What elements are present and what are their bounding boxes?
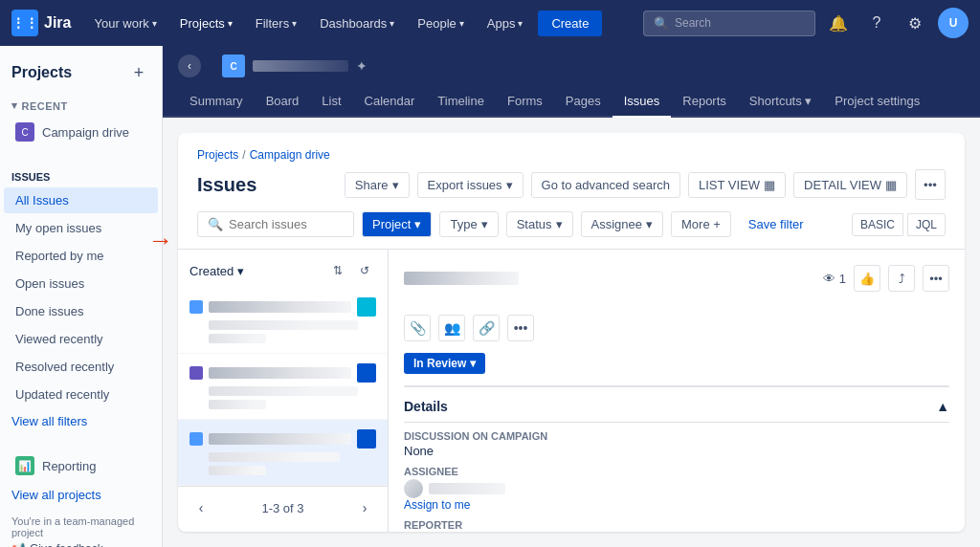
tab-list[interactable]: List bbox=[310, 86, 352, 118]
tab-calendar[interactable]: Calendar bbox=[353, 86, 427, 118]
assignee-filter-button[interactable]: Assignee ▾ bbox=[581, 211, 663, 237]
issue-title-2 bbox=[209, 367, 351, 379]
chevron-down-icon-2: ▾ bbox=[506, 178, 513, 192]
sidebar-item-resolved-recently[interactable]: Resolved recently bbox=[4, 354, 158, 380]
table-row[interactable] bbox=[178, 420, 388, 486]
user-avatar[interactable]: U bbox=[938, 8, 969, 38]
done-issues-label: Done issues bbox=[15, 304, 84, 318]
project-filter-button[interactable]: Project ▾ bbox=[362, 211, 432, 237]
sidebar-item-updated-recently[interactable]: Updated recently bbox=[4, 382, 158, 407]
dashboards-nav[interactable]: Dashboards▾ bbox=[312, 12, 402, 34]
group-by-button[interactable]: ⇅ bbox=[326, 259, 349, 282]
thumbs-up-button[interactable]: 👍 bbox=[854, 265, 880, 292]
more-options-button[interactable]: ••• bbox=[915, 169, 946, 200]
tab-issues[interactable]: Issues bbox=[612, 86, 672, 118]
view-all-projects-link[interactable]: View all projects bbox=[0, 482, 162, 508]
sort-icon: ▾ bbox=[237, 264, 244, 278]
back-button[interactable]: ‹ bbox=[178, 55, 201, 77]
tab-project-settings[interactable]: Project settings bbox=[823, 86, 931, 118]
search-box-input-wrapper[interactable]: 🔍 bbox=[197, 211, 354, 237]
search-input[interactable] bbox=[229, 217, 344, 231]
projects-nav[interactable]: Projects▾ bbox=[172, 12, 240, 34]
child-issues-button[interactable]: 👥 bbox=[438, 315, 465, 341]
refresh-button[interactable]: ↺ bbox=[353, 259, 376, 282]
list-view-button[interactable]: LIST VIEW ▦ bbox=[688, 172, 786, 198]
detail-view-button[interactable]: DETAIL VIEW ▦ bbox=[793, 172, 907, 198]
export-button[interactable]: Export issues ▾ bbox=[417, 172, 523, 198]
breadcrumb-project-link[interactable]: Campaign drive bbox=[250, 148, 330, 162]
issue-id bbox=[209, 334, 266, 343]
open-issues-label: Open issues bbox=[15, 276, 84, 291]
give-feedback-bottom-button[interactable]: 📢 Give feedback bbox=[11, 538, 150, 547]
create-button[interactable]: Create bbox=[538, 11, 602, 36]
more-actions-button[interactable]: ••• bbox=[507, 315, 534, 341]
sidebar-item-my-open-issues[interactable]: My open issues bbox=[4, 215, 158, 241]
give-feedback-list-button[interactable]: 📢 Give feedback bbox=[178, 529, 388, 532]
sidebar-item-all-issues[interactable]: All Issues bbox=[4, 187, 158, 213]
status-filter-button[interactable]: Status ▾ bbox=[506, 211, 573, 237]
tab-reports[interactable]: Reports bbox=[671, 86, 738, 118]
grid-icon: ▦ bbox=[764, 178, 775, 192]
chevron-down-icon-6: ▾ bbox=[646, 217, 653, 231]
issue-subtitle-3 bbox=[209, 452, 340, 462]
chevron-down-icon-5: ▾ bbox=[556, 217, 563, 231]
sidebar-title: Projects bbox=[11, 64, 72, 81]
discussion-field: Discussion on Campaign None bbox=[404, 430, 949, 458]
recent-section-toggle[interactable]: ▾ RECENT bbox=[0, 92, 162, 116]
more-filter-button[interactable]: More + bbox=[671, 211, 731, 237]
issue-title-3 bbox=[209, 433, 351, 445]
discussion-label: Discussion on Campaign bbox=[404, 430, 949, 442]
tab-shortcuts[interactable]: Shortcuts ▾ bbox=[738, 86, 824, 118]
campaign-project-icon: C bbox=[15, 122, 34, 142]
tab-forms[interactable]: Forms bbox=[496, 86, 554, 118]
goto-advanced-button[interactable]: Go to advanced search bbox=[531, 172, 680, 198]
sidebar-bottom: You're in a team-managed project 📢 Give … bbox=[0, 508, 162, 547]
table-row[interactable] bbox=[178, 354, 388, 420]
more-detail-button[interactable]: ••• bbox=[923, 265, 949, 292]
issues-list-header: Created ▾ ⇅ ↺ bbox=[178, 250, 388, 288]
sidebar-item-reported-by-me[interactable]: Reported by me bbox=[4, 243, 158, 269]
link-button[interactable]: 🔗 bbox=[473, 315, 500, 341]
apps-nav[interactable]: Apps▾ bbox=[479, 12, 531, 34]
breadcrumb-projects-link[interactable]: Projects bbox=[197, 148, 238, 162]
your-work-nav[interactable]: Your work▾ bbox=[86, 12, 164, 34]
people-nav[interactable]: People▾ bbox=[410, 12, 471, 34]
tab-board[interactable]: Board bbox=[255, 86, 311, 118]
filters-nav[interactable]: Filters▾ bbox=[248, 12, 304, 34]
jql-view-button[interactable]: JQL bbox=[907, 213, 946, 236]
next-page-button[interactable]: › bbox=[353, 496, 376, 519]
reporter-field: Reporter bbox=[404, 519, 949, 532]
basic-view-button[interactable]: BASIC bbox=[852, 213, 903, 236]
attachment-button[interactable]: 📎 bbox=[404, 315, 431, 341]
view-all-filters-link[interactable]: View all filters bbox=[0, 408, 162, 434]
settings-button[interactable]: ⚙ bbox=[900, 8, 930, 38]
created-sort-button[interactable]: Created ▾ bbox=[189, 264, 244, 278]
sidebar-item-viewed-recently[interactable]: Viewed recently bbox=[4, 326, 158, 352]
share-button[interactable]: Share ▾ bbox=[345, 172, 410, 198]
type-filter-button[interactable]: Type ▾ bbox=[439, 211, 498, 237]
add-project-button[interactable]: + bbox=[127, 61, 150, 84]
search-icon: 🔍 bbox=[654, 16, 669, 31]
assign-me-link[interactable]: Assign to me bbox=[404, 498, 949, 512]
help-button[interactable]: ? bbox=[861, 8, 892, 38]
status-badge[interactable]: In Review ▾ bbox=[404, 353, 485, 374]
notifications-button[interactable]: 🔔 bbox=[823, 8, 854, 38]
project-name-blurred bbox=[253, 60, 348, 72]
my-open-issues-label: My open issues bbox=[15, 221, 101, 235]
sidebar-item-campaign[interactable]: C Campaign drive bbox=[4, 117, 158, 147]
prev-page-button[interactable]: ‹ bbox=[189, 496, 212, 519]
save-filter-button[interactable]: Save filter bbox=[739, 212, 813, 236]
reported-by-me-label: Reported by me bbox=[15, 249, 104, 263]
table-row[interactable] bbox=[178, 288, 388, 354]
tab-pages[interactable]: Pages bbox=[554, 86, 612, 118]
updated-recently-label: Updated recently bbox=[15, 387, 109, 402]
star-icon[interactable]: ✦ bbox=[356, 58, 368, 74]
sidebar-item-reporting[interactable]: 📊 Reporting bbox=[4, 450, 158, 481]
tab-timeline[interactable]: Timeline bbox=[426, 86, 496, 118]
collapse-icon[interactable]: ▲ bbox=[936, 399, 949, 414]
search-box[interactable]: 🔍 Search bbox=[643, 11, 815, 36]
tab-summary[interactable]: Summary bbox=[178, 86, 255, 118]
sidebar-item-done-issues[interactable]: Done issues bbox=[4, 298, 158, 324]
sidebar-item-open-issues[interactable]: Open issues bbox=[4, 271, 158, 296]
share-detail-button[interactable]: ⤴ bbox=[888, 265, 915, 292]
